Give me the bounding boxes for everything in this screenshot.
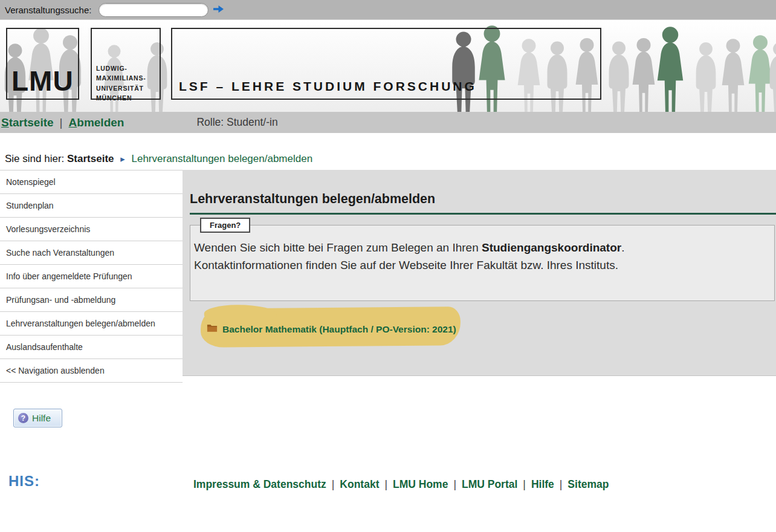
sidebar-menu: Notenspiegel Stundenplan Vorlesungsverze…	[0, 170, 183, 383]
lsf-title: LSF – LEHRE STUDIUM FORSCHUNG	[179, 79, 477, 94]
footer-link-kontakt[interactable]: Kontakt	[340, 478, 379, 490]
help-button[interactable]: ? Hilfe	[13, 409, 62, 427]
role-label: Rolle: Student/-in	[196, 116, 277, 129]
message-before: Wenden Sie sich bitte bei Fragen zum Bel…	[194, 241, 482, 254]
sidebar-item-suche-nach-veranstaltungen[interactable]: Suche nach Veranstaltungen	[0, 241, 183, 265]
footer-separator: |	[453, 478, 456, 490]
header-banner: LMU LUDWIG- MAXIMILIANS- UNIVERSITÄT MÜN…	[0, 20, 776, 112]
event-search-input[interactable]	[99, 3, 209, 17]
breadcrumb-current[interactable]: Lehrveranstaltungen belegen/abmelden	[132, 153, 313, 164]
help-button-label: Hilfe	[32, 413, 51, 424]
footer-separator: |	[560, 478, 563, 490]
university-name-line: LUDWIG-	[96, 63, 160, 73]
page-title: Lehrveranstaltungen belegen/abmelden	[190, 192, 776, 207]
question-mark-icon: ?	[18, 413, 28, 423]
footer-link-hilfe[interactable]: Hilfe	[531, 478, 554, 490]
main-navbar: Startseite | Abmelden Rolle: Student/-in	[0, 112, 776, 133]
nav-link-startseite[interactable]: Startseite	[1, 116, 54, 129]
breadcrumb-prefix: Sie sind hier:	[5, 153, 64, 164]
lsf-title-box: LSF – LEHRE STUDIUM FORSCHUNG	[171, 28, 601, 100]
nav-separator: |	[60, 116, 63, 129]
course-row[interactable]: Bachelor Mathematik (Hauptfach / PO-Vers…	[207, 323, 456, 335]
title-rule	[190, 213, 776, 215]
fragen-legend: Fragen?	[200, 218, 250, 233]
main-content: Lehrveranstaltungen belegen/abmelden Fra…	[183, 170, 776, 376]
search-submit-button[interactable]	[213, 5, 224, 15]
nav-link-abmelden[interactable]: Abmelden	[69, 116, 124, 129]
message-bold: Studiengangskoordinator	[482, 241, 621, 254]
fragen-fieldset: Fragen? Wenden Sie sich bitte bei Fragen…	[190, 225, 775, 301]
university-name-box: LUDWIG- MAXIMILIANS- UNIVERSITÄT MÜNCHEN	[91, 28, 161, 100]
lmu-logo-box: LMU	[6, 28, 79, 100]
event-search-bar: Veranstaltungssuche:	[0, 0, 776, 20]
event-search-label: Veranstaltungssuche:	[5, 5, 91, 15]
sidebar-item-notenspiegel[interactable]: Notenspiegel	[0, 170, 183, 194]
university-name-line: MÜNCHEN	[96, 93, 160, 103]
sidebar-item-navigation-ausblenden[interactable]: << Navigation ausblenden	[0, 359, 183, 383]
university-name-line: MAXIMILIANS-	[96, 73, 160, 83]
sidebar-item-lehrveranstaltungen-belegen[interactable]: Lehrveranstaltungen belegen/abmelden	[0, 312, 183, 336]
sidebar-item-stundenplan[interactable]: Stundenplan	[0, 194, 183, 218]
footer-separator: |	[332, 478, 335, 490]
his-logo: HIS:	[8, 473, 40, 490]
page: Veranstaltungssuche:	[0, 0, 776, 532]
message-line2: Kontaktinformationen finden Sie auf der …	[194, 259, 618, 271]
footer-link-sitemap[interactable]: Sitemap	[567, 478, 609, 490]
sidebar-item-pruefungsan-und-abmeldung[interactable]: Prüfungsan- und -abmeldung	[0, 288, 183, 312]
fragen-message: Wenden Sie sich bitte bei Fragen zum Bel…	[190, 225, 774, 274]
university-name-line: UNIVERSITÄT	[96, 83, 160, 93]
breadcrumb: Sie sind hier: Startseite ▸ Lehrveransta…	[5, 153, 312, 165]
lmu-logo: LMU	[11, 65, 74, 97]
breadcrumb-home[interactable]: Startseite	[67, 153, 114, 164]
footer-link-impressum[interactable]: Impressum & Datenschutz	[193, 478, 326, 490]
course-link[interactable]: Bachelor Mathematik (Hauptfach / PO-Vers…	[222, 324, 456, 335]
sidebar-item-vorlesungsverzeichnis[interactable]: Vorlesungsverzeichnis	[0, 218, 183, 241]
sidebar-item-info-angemeldete-pruefungen[interactable]: Info über angemeldete Prüfungen	[0, 265, 183, 288]
breadcrumb-arrow-icon: ▸	[120, 154, 125, 164]
message-after: .	[621, 241, 624, 254]
footer-link-lmu-home[interactable]: LMU Home	[393, 478, 448, 490]
folder-icon	[207, 323, 218, 335]
footer-links: Impressum & Datenschutz|Kontakt|LMU Home…	[193, 478, 609, 491]
footer-link-lmu-portal[interactable]: LMU Portal	[462, 478, 517, 490]
arrow-right-icon	[213, 5, 224, 15]
sidebar-item-auslandsaufenthalte[interactable]: Auslandsaufenthalte	[0, 336, 183, 359]
footer-separator: |	[384, 478, 387, 490]
footer-separator: |	[523, 478, 526, 490]
